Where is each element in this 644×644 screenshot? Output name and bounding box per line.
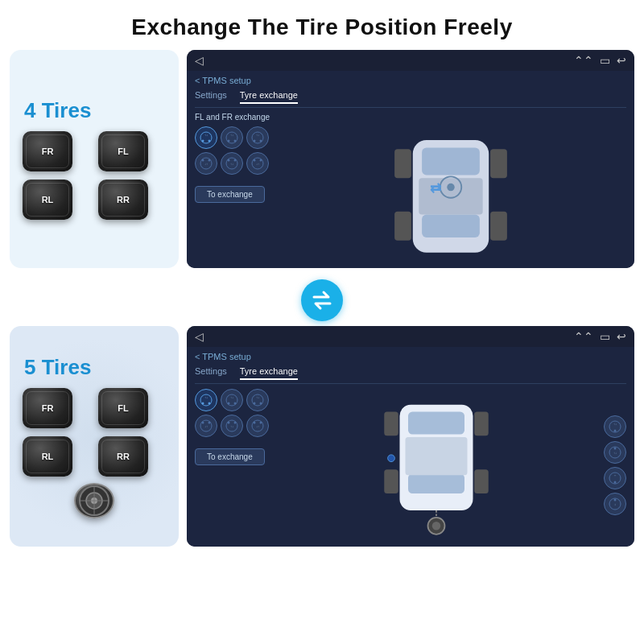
svg-point-51 xyxy=(260,402,262,405)
svg-point-81 xyxy=(614,448,617,450)
pattern-row-1-5: ↑↓ ↑↓ xyxy=(195,389,269,411)
exchange-separator xyxy=(10,275,634,326)
svg-point-3 xyxy=(208,140,211,142)
exchange-button-4[interactable]: To exchange xyxy=(195,186,265,203)
pattern-3-5[interactable]: ↑↓ xyxy=(246,389,269,411)
screen-breadcrumb-4: < TPMS setup xyxy=(195,76,626,85)
svg-point-78 xyxy=(614,430,617,432)
svg-text:↑↓: ↑↓ xyxy=(204,133,208,137)
svg-text:↑↓: ↑↓ xyxy=(230,162,233,166)
pattern-4-5[interactable]: ↓↑ xyxy=(195,415,217,437)
pattern-6-4[interactable]: ↓↑ xyxy=(246,152,269,175)
svg-rect-69 xyxy=(408,412,464,435)
tab-settings-4[interactable]: Settings xyxy=(195,90,227,104)
tire-fr-5: FR xyxy=(23,388,72,428)
svg-point-59 xyxy=(234,422,237,424)
extra-icon-2-5[interactable]: ↑↓ xyxy=(604,441,626,464)
svg-point-15 xyxy=(208,159,211,162)
pattern-2-5[interactable]: ↑↓ xyxy=(221,389,243,411)
window-icon-5: ▭ xyxy=(600,330,610,343)
pattern-6-5[interactable]: ↓↑ xyxy=(246,415,269,437)
svg-text:↓↑: ↓↑ xyxy=(204,162,208,166)
screen-body-5: ↑↓ ↑↓ xyxy=(195,389,626,542)
svg-rect-71 xyxy=(406,437,468,475)
svg-point-87 xyxy=(614,499,617,502)
svg-rect-65 xyxy=(474,412,489,436)
exchange-arrow-icon xyxy=(301,279,343,321)
svg-text:↑↓: ↑↓ xyxy=(256,395,259,399)
four-tire-grid: FR FL RL RR xyxy=(16,131,172,220)
svg-point-42 xyxy=(202,402,204,405)
exchange-button-5[interactable]: To exchange xyxy=(195,448,265,465)
pattern-5-5[interactable]: ↑↓ xyxy=(221,415,243,437)
tire-fr-4: FR xyxy=(23,131,72,171)
svg-point-19 xyxy=(234,159,237,162)
exchange-btn-area-4: To exchange xyxy=(195,181,269,203)
five-tire-label: 5 Tires xyxy=(16,355,91,380)
svg-point-63 xyxy=(260,422,262,424)
svg-point-11 xyxy=(260,140,262,142)
svg-text:↑↓: ↑↓ xyxy=(256,133,259,137)
screen-breadcrumb-5: < TPMS setup xyxy=(195,352,626,361)
screen-body-4: ↑↓ ↑↓ xyxy=(195,126,626,263)
svg-rect-30 xyxy=(422,215,480,237)
tab-tyre-exchange-5[interactable]: Tyre exchange xyxy=(240,366,298,380)
five-tire-left-panel: 5 Tires FR FL RL RR xyxy=(10,326,179,547)
pattern-5-4[interactable]: ↑↓ xyxy=(221,152,243,175)
svg-point-74 xyxy=(432,522,441,530)
svg-text:↑↓: ↑↓ xyxy=(230,133,233,137)
svg-point-14 xyxy=(202,159,204,162)
svg-point-2 xyxy=(202,140,204,142)
tab-tyre-exchange-4[interactable]: Tyre exchange xyxy=(240,90,298,104)
pattern-2-4[interactable]: ↑↓ xyxy=(221,126,243,149)
svg-point-62 xyxy=(254,422,256,424)
pattern-icons-5: ↑↓ ↑↓ xyxy=(195,389,269,542)
pattern-4-4[interactable]: ↓↑ xyxy=(195,152,217,175)
exchange-label-4: FL and FR exchange xyxy=(195,113,626,122)
pattern-row-1-4: ↑↓ ↑↓ xyxy=(195,126,269,149)
four-tire-row: 4 Tires FR FL RL RR xyxy=(10,50,634,268)
tire-rl-4: RL xyxy=(23,180,72,220)
extra-icon-1-5[interactable]: ↑↓ xyxy=(604,415,626,438)
five-tire-screen: ◁ ⌃⌃ ▭ ↩ < TPMS setup Settings Tyre exch… xyxy=(187,326,634,547)
svg-point-55 xyxy=(208,422,211,424)
pattern-3-4[interactable]: ↑↓ xyxy=(246,126,269,149)
svg-point-18 xyxy=(228,159,230,162)
svg-rect-26 xyxy=(394,212,411,241)
svg-point-72 xyxy=(388,455,395,462)
four-tire-screen: ◁ ⌃⌃ ▭ ↩ < TPMS setup Settings Tyre exch… xyxy=(187,50,634,268)
pattern-row-2-4: ↓↑ ↑↓ xyxy=(195,152,269,175)
pattern-1-5[interactable]: ↑↓ xyxy=(195,389,217,411)
screen-top-bar-5: ◁ ⌃⌃ ▭ ↩ xyxy=(187,326,634,347)
svg-text:↕: ↕ xyxy=(614,502,616,506)
screen-content-4: < TPMS setup Settings Tyre exchange FL a… xyxy=(187,71,634,268)
svg-rect-64 xyxy=(384,412,398,436)
page-container: Exchange The Tire Position Freely 4 Tire… xyxy=(0,0,644,553)
svg-point-22 xyxy=(254,159,256,162)
svg-point-6 xyxy=(228,140,230,142)
pattern-1-4[interactable]: ↑↓ xyxy=(195,126,217,149)
four-tire-label: 4 Tires xyxy=(16,98,91,123)
svg-text:↓↑: ↓↑ xyxy=(256,424,259,428)
svg-point-54 xyxy=(202,422,204,424)
tab-settings-5[interactable]: Settings xyxy=(195,366,227,380)
svg-point-7 xyxy=(234,140,237,142)
car-view-4: ⇄ xyxy=(275,126,626,263)
screen-content-5: < TPMS setup Settings Tyre exchange xyxy=(187,347,634,547)
extra-icon-4-5[interactable]: ↕ xyxy=(604,493,626,515)
svg-text:↓↑: ↓↑ xyxy=(204,424,208,428)
screen-tabs-4: Settings Tyre exchange xyxy=(195,90,626,108)
svg-point-10 xyxy=(254,140,256,142)
extra-icon-3-5[interactable]: ↔ xyxy=(604,467,626,489)
svg-rect-27 xyxy=(490,212,507,241)
back-label-5: < TPMS setup xyxy=(195,352,251,361)
svg-rect-66 xyxy=(384,469,398,493)
screen-tabs-5: Settings Tyre exchange xyxy=(195,366,626,384)
screen-top-bar-4: ◁ ⌃⌃ ▭ ↩ xyxy=(187,50,634,71)
svg-rect-24 xyxy=(394,149,411,178)
svg-text:↑↓: ↑↓ xyxy=(230,424,233,428)
svg-point-84 xyxy=(614,481,617,484)
window-icon-4: ▭ xyxy=(600,54,610,67)
svg-point-47 xyxy=(234,402,237,405)
tire-fl-4: FL xyxy=(98,131,148,171)
